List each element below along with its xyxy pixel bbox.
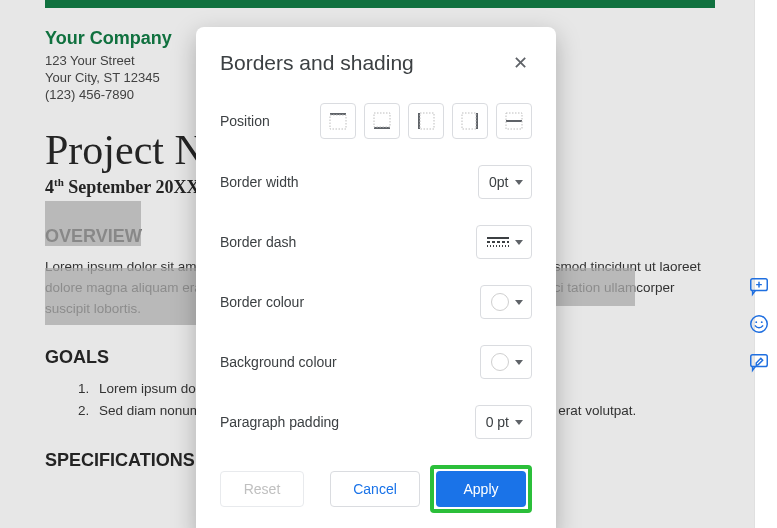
- background-colour-dropdown[interactable]: [480, 345, 532, 379]
- chevron-down-icon: [515, 300, 523, 305]
- svg-rect-13: [506, 120, 522, 122]
- border-colour-dropdown[interactable]: [480, 285, 532, 319]
- svg-rect-10: [420, 113, 434, 129]
- side-rail: [753, 270, 777, 384]
- border-dash-label: Border dash: [220, 234, 296, 250]
- emoji-icon[interactable]: [743, 308, 775, 340]
- dialog-title: Borders and shading: [220, 51, 414, 75]
- border-dash-dropdown[interactable]: [476, 225, 532, 259]
- suggest-edit-icon[interactable]: [743, 346, 775, 378]
- position-right-button[interactable]: [452, 103, 488, 139]
- svg-point-2: [755, 321, 757, 323]
- svg-point-1: [751, 316, 768, 333]
- apply-button[interactable]: Apply: [436, 471, 526, 507]
- paragraph-padding-dropdown[interactable]: 0 pt: [475, 405, 532, 439]
- chevron-down-icon: [515, 360, 523, 365]
- chevron-down-icon: [515, 240, 523, 245]
- svg-rect-8: [374, 113, 390, 127]
- background-colour-label: Background colour: [220, 354, 337, 370]
- svg-rect-5: [330, 113, 346, 115]
- borders-shading-dialog: Borders and shading ✕ Position: [196, 27, 556, 528]
- svg-rect-6: [330, 115, 346, 129]
- cancel-button[interactable]: Cancel: [330, 471, 420, 507]
- border-colour-label: Border colour: [220, 294, 304, 310]
- position-label: Position: [220, 113, 270, 129]
- border-width-dropdown[interactable]: 0pt: [478, 165, 532, 199]
- colour-swatch: [491, 293, 509, 311]
- border-width-value: 0pt: [489, 174, 508, 190]
- position-bottom-button[interactable]: [364, 103, 400, 139]
- position-group: [320, 103, 532, 139]
- border-width-label: Border width: [220, 174, 299, 190]
- dash-sample-icon: [487, 237, 509, 247]
- close-icon[interactable]: ✕: [508, 51, 532, 75]
- svg-point-3: [761, 321, 763, 323]
- svg-rect-12: [462, 113, 476, 129]
- position-top-button[interactable]: [320, 103, 356, 139]
- paragraph-padding-value: 0 pt: [486, 414, 509, 430]
- position-left-button[interactable]: [408, 103, 444, 139]
- chevron-down-icon: [515, 180, 523, 185]
- colour-swatch: [491, 353, 509, 371]
- svg-rect-7: [374, 127, 390, 129]
- chevron-down-icon: [515, 420, 523, 425]
- reset-button[interactable]: Reset: [220, 471, 304, 507]
- apply-highlight: Apply: [430, 465, 532, 513]
- position-between-button[interactable]: [496, 103, 532, 139]
- paragraph-padding-label: Paragraph padding: [220, 414, 339, 430]
- add-comment-icon[interactable]: [743, 270, 775, 302]
